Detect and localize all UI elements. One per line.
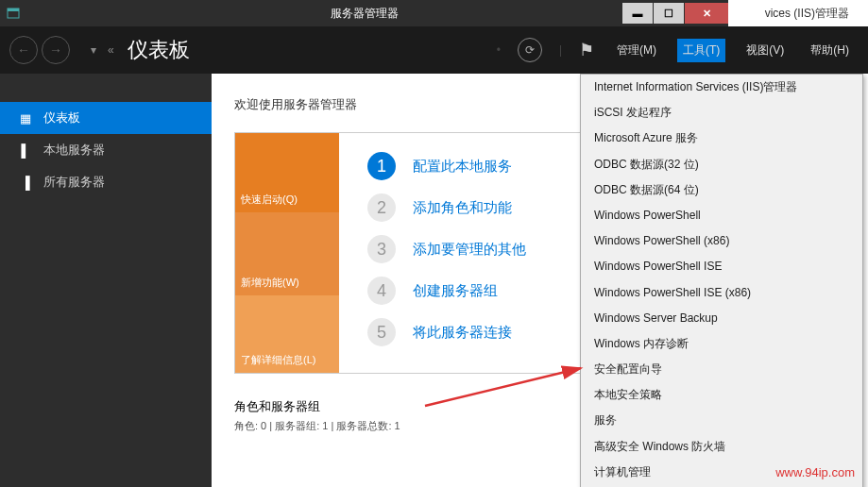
menu-tools[interactable]: 工具(T) (677, 39, 725, 62)
minimize-button[interactable]: ▬ (622, 3, 653, 24)
tools-menu-item[interactable]: 高级安全 Windows 防火墙 (581, 434, 862, 460)
step-2[interactable]: 2 添加角色和功能 (367, 193, 583, 222)
sidebar-item-local-server[interactable]: ▌ 本地服务器 (0, 134, 212, 166)
step-text: 添加角色和功能 (413, 199, 512, 217)
tools-menu-item[interactable]: Microsoft Azure 服务 (581, 126, 862, 151)
step-3[interactable]: 3 添加要管理的其他 (367, 235, 583, 263)
nav-arrows: ← → (0, 36, 79, 64)
tools-menu-item[interactable]: Windows PowerShell (x86) (581, 228, 862, 254)
left-tiles: 快速启动(Q) 新增功能(W) 了解详细信息(L) (235, 133, 339, 373)
breadcrumb-marker: « (108, 43, 114, 57)
watermark: www.94ip.com (775, 465, 855, 479)
topbar: ← → ▾ « 仪表板 • ⟳ | ⚑ 管理(M) 工具(T) 视图(V) 帮助… (0, 26, 868, 74)
separator-dot: • (497, 43, 501, 57)
server-icon: ▌ (19, 143, 32, 158)
step-number: 1 (367, 152, 396, 180)
tile-whats-new[interactable]: 新增功能(W) (235, 212, 339, 295)
step-text: 配置此本地服务 (413, 158, 512, 176)
titlebar: 服务器管理器 ▬ ☐ ✕ (0, 0, 728, 26)
tools-menu-item[interactable]: Windows PowerShell ISE (x86) (581, 280, 862, 306)
close-button[interactable]: ✕ (685, 3, 728, 24)
tools-menu-item[interactable]: Windows Server Backup (581, 306, 862, 331)
step-number: 2 (367, 193, 396, 222)
tools-dropdown-menu: Internet Information Services (IIS)管理器iS… (580, 74, 863, 487)
window-controls: ▬ ☐ ✕ (622, 3, 728, 24)
tile-quick-start[interactable]: 快速启动(Q) (235, 133, 339, 212)
tools-menu-item[interactable]: Internet Information Services (IIS)管理器 (581, 75, 862, 100)
app-icon (6, 6, 21, 21)
window-title: 服务器管理器 (331, 6, 399, 22)
step-number: 4 (367, 277, 396, 305)
step-number: 5 (367, 318, 396, 346)
svg-rect-1 (8, 8, 19, 11)
tile-learn-more[interactable]: 了解详细信息(L) (235, 295, 339, 373)
sidebar-item-label: 所有服务器 (43, 174, 105, 191)
maximize-button[interactable]: ☐ (654, 3, 684, 24)
tools-menu-item[interactable]: ODBC 数据源(32 位) (581, 152, 862, 177)
step-4[interactable]: 4 创建服务器组 (367, 277, 583, 305)
step-1[interactable]: 1 配置此本地服务 (367, 152, 583, 180)
tools-menu-item[interactable]: 安全配置向导 (581, 357, 862, 382)
tools-menu-item[interactable]: Windows 内存诊断 (581, 331, 862, 357)
step-text: 创建服务器组 (413, 282, 498, 300)
sidebar-item-label: 本地服务器 (43, 142, 105, 159)
tools-menu-item[interactable]: 本地安全策略 (581, 382, 862, 408)
chevron-down-icon[interactable]: ▾ (91, 43, 96, 57)
servers-icon: ▐ (19, 176, 32, 190)
tools-menu-item[interactable]: ODBC 数据源(64 位) (581, 177, 862, 203)
tools-menu-item[interactable]: iSCSI 发起程序 (581, 100, 862, 126)
tools-menu-item[interactable]: 服务 (581, 408, 862, 433)
tiles-container: 快速启动(Q) 新增功能(W) 了解详细信息(L) 1 配置此本地服务 2 添加… (234, 132, 584, 374)
tools-menu-item[interactable]: Windows PowerShell (581, 203, 862, 228)
menu-help[interactable]: 帮助(H) (805, 39, 855, 62)
menu-bar: 管理(M) 工具(T) 视图(V) 帮助(H) (611, 39, 855, 62)
sidebar: ▦ 仪表板 ▌ 本地服务器 ▐ 所有服务器 (0, 74, 212, 487)
steps-list: 1 配置此本地服务 2 添加角色和功能 3 添加要管理的其他 4 创建服务器组 … (339, 133, 583, 373)
topbar-right: • ⟳ | ⚑ 管理(M) 工具(T) 视图(V) 帮助(H) (497, 38, 855, 62)
step-5[interactable]: 5 将此服务器连接 (367, 318, 583, 346)
sidebar-item-dashboard[interactable]: ▦ 仪表板 (0, 102, 212, 134)
forward-button[interactable]: → (42, 36, 70, 64)
background-window-title: vices (IIS)管理器 (765, 6, 849, 22)
step-text: 将此服务器连接 (413, 324, 512, 342)
page-title: 仪表板 (128, 36, 190, 64)
dashboard-icon: ▦ (19, 111, 32, 126)
step-number: 3 (367, 235, 396, 263)
flag-icon[interactable]: ⚑ (579, 40, 594, 60)
menu-view[interactable]: 视图(V) (740, 39, 790, 62)
separator: | (559, 43, 562, 57)
refresh-icon[interactable]: ⟳ (518, 38, 542, 62)
sidebar-item-label: 仪表板 (43, 109, 80, 126)
sidebar-item-all-servers[interactable]: ▐ 所有服务器 (0, 166, 212, 198)
back-button[interactable]: ← (9, 36, 38, 64)
menu-manage[interactable]: 管理(M) (611, 39, 662, 62)
tools-menu-item[interactable]: Windows PowerShell ISE (581, 254, 862, 279)
step-text: 添加要管理的其他 (413, 241, 526, 259)
